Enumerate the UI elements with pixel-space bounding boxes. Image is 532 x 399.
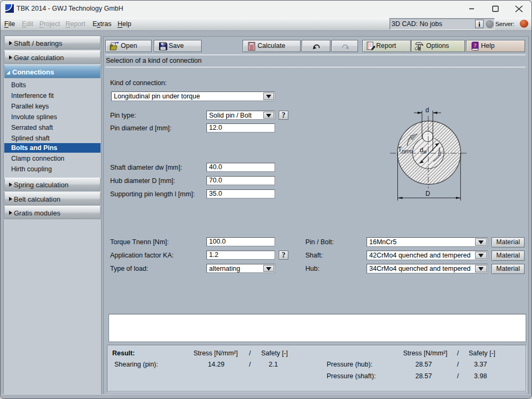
svg-text:D: D	[426, 190, 430, 197]
svg-text:d: d	[426, 106, 429, 114]
svg-text:?: ?	[474, 43, 477, 48]
